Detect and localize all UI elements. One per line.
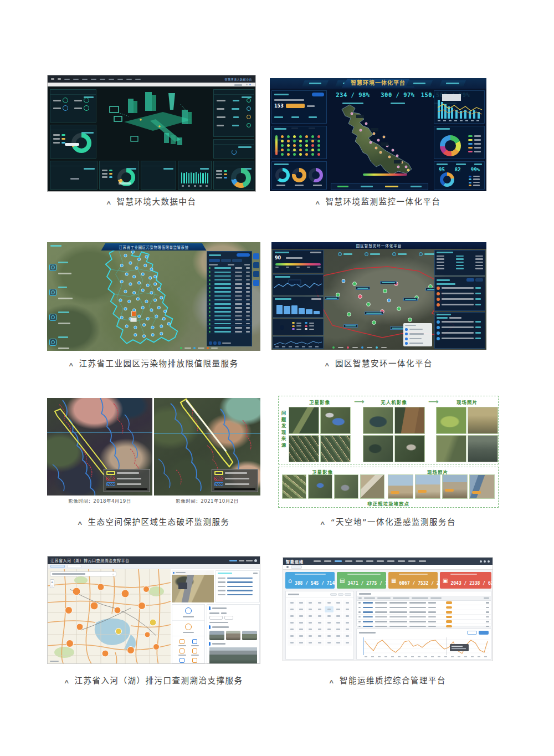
- stat-card-green: ▤ 3471 / 2775 / 724: [337, 572, 386, 589]
- nav-tab: [406, 80, 433, 86]
- gauge-value-3: 99%: [471, 167, 480, 172]
- stat-icon: [49, 264, 57, 271]
- stat-card-red: ▣ 2043 / 2338 / 629: [440, 572, 491, 589]
- app-navbar: 智能运维: [283, 558, 493, 565]
- panel-trend-bottom: [273, 336, 324, 349]
- device-icon-row: [338, 252, 434, 256]
- status-badge: [446, 601, 452, 604]
- map-legend: [332, 346, 387, 349]
- panel-dot-matrix: [271, 126, 327, 159]
- panel-bottom-1: [50, 161, 98, 190]
- problem-discovery-section: 问题发现来源 卫星影像 ⟶ 无人机影像 ⟶ 现场照片: [278, 396, 499, 464]
- aqi-color-scale: [363, 173, 407, 176]
- user-icon: [254, 559, 257, 562]
- satellite-image-before: [47, 398, 152, 496]
- nav-tab: [439, 80, 466, 86]
- calendar-icon: ▣: [443, 578, 448, 584]
- dashboard1-toolbar: [48, 83, 255, 86]
- list-icon: ▦: [391, 578, 396, 584]
- chart-active-button: [479, 631, 489, 635]
- platform-title-bar: 园区智慧安环一体化平台: [271, 242, 486, 249]
- duty-calendar-panel: [285, 591, 354, 660]
- panel-ring-chart: [434, 126, 485, 159]
- home-icon: ⌂: [288, 577, 292, 584]
- screenshot-remote-sensing: 问题发现来源 卫星影像 ⟶ 无人机影像 ⟶ 现场照片: [277, 395, 500, 509]
- task-table-panel: [356, 591, 491, 626]
- bottom-label: 非正规垃圾堆放点: [279, 500, 498, 507]
- gauge-value-2: 82: [455, 167, 461, 172]
- group-title-photo: 现场照片: [436, 399, 498, 405]
- stat-badges: [49, 257, 73, 351]
- bell-icon: [484, 560, 486, 563]
- bar-chart: [181, 170, 208, 183]
- nav-tab: [302, 80, 329, 86]
- grid-icon: [480, 560, 482, 563]
- panel-bottom-donut: [99, 161, 139, 190]
- line-chart: [358, 636, 491, 658]
- people-icon: [253, 280, 259, 286]
- zoom-control: +−: [50, 579, 54, 588]
- panel-bottom-bars: [178, 161, 212, 190]
- task-rows: [357, 601, 491, 629]
- panel-pie: [273, 319, 324, 335]
- app-title: 江苏省入河（湖）排污口查测溯治支撑平台: [50, 558, 130, 563]
- stat-card-orange: ▦ 6067 / 7532 / 2201: [388, 572, 438, 589]
- layer-checkbox-panel: [403, 323, 432, 346]
- panel-stats-left: [50, 89, 96, 122]
- calendar-grid: [286, 598, 353, 647]
- caret-icon: ∧: [314, 200, 321, 206]
- panel-overview: 153: [271, 90, 327, 124]
- screenshot-integrated-platform: 智慧环境一体化平台 234 / 98% 300 / 97% 150,560 / …: [270, 78, 486, 191]
- panel-line-chart: [273, 274, 324, 295]
- dashboard1-menubar: 智慧环境大数据中台: [48, 75, 255, 83]
- drone-image-grid: [363, 407, 425, 462]
- table-rows: [207, 267, 252, 334]
- map-legend-box: [104, 469, 150, 492]
- caret-icon: ∧: [105, 200, 112, 206]
- bottom-satellite-images: [282, 474, 384, 499]
- gauge-value-1: 95: [439, 167, 445, 172]
- aerial-photo-panel: [172, 570, 214, 602]
- tool-icon-orange: [185, 624, 192, 630]
- panel-bottom-3: [141, 161, 176, 190]
- document-page: { "page": {"background": "#ffffff", "cap…: [0, 0, 554, 756]
- water-icon: [253, 271, 259, 277]
- checkbox-icon: [405, 328, 408, 331]
- bar-line-chart: [434, 91, 484, 123]
- bottom-status-bar: [331, 183, 428, 190]
- province-map: [327, 101, 430, 183]
- platform-header: 智慧环境一体化平台: [270, 78, 486, 89]
- screenshot-bigdata-dashboard: 智慧环境大数据中台: [47, 75, 256, 192]
- panel-alarm-list-2: [434, 312, 485, 349]
- caption-2: ∧智慧环境监测监控一体化平台: [270, 195, 486, 207]
- map-search-box: ⌕: [50, 571, 116, 576]
- data-table-panel: [207, 251, 252, 346]
- tool-icon-blue: [185, 607, 192, 614]
- caption-5: ∧生态空间保护区域生态破坏监测服务: [47, 515, 260, 527]
- status-badge: [446, 606, 452, 609]
- panel-donut-left: [50, 125, 96, 159]
- satellite-image-after: [154, 398, 260, 496]
- search-icon: ⌕: [112, 572, 114, 576]
- chart-toggle-button: [467, 631, 477, 635]
- info-form-panel: [216, 570, 260, 602]
- breadcrumb-strip: [283, 565, 493, 570]
- group-title-drone: 无人机影像: [363, 399, 425, 405]
- image-date-left: 影像时间：2018年4月19日: [47, 497, 152, 504]
- caption-4: ∧园区智慧安环一体化平台: [271, 357, 486, 369]
- panel-bottom-donut2: [213, 161, 254, 190]
- app-logo: 智能运维: [286, 559, 304, 564]
- file-icon: ▤: [340, 578, 345, 584]
- caption-1: ∧智慧环境大数据中台: [47, 195, 256, 207]
- isometric-3d-scene: [98, 88, 212, 159]
- app-header: 江苏省入河（湖）排污口查测溯治支撑平台: [48, 556, 260, 564]
- street-map: ⌕ +−: [48, 569, 171, 663]
- dump-site-section: 卫星影像 现场照片 非正规垃圾堆放点: [278, 467, 499, 508]
- trend-chart-panel: [356, 629, 491, 660]
- panel-alarm-list-1: [434, 277, 485, 311]
- tools-icon-panel: [172, 604, 205, 663]
- site-photo-large: [209, 647, 257, 664]
- group-title-satellite: 卫星影像: [289, 399, 351, 405]
- map-title-banner: 江苏省工业园区污染物限值限量监管系统: [101, 243, 207, 251]
- panel-spark: [213, 139, 254, 159]
